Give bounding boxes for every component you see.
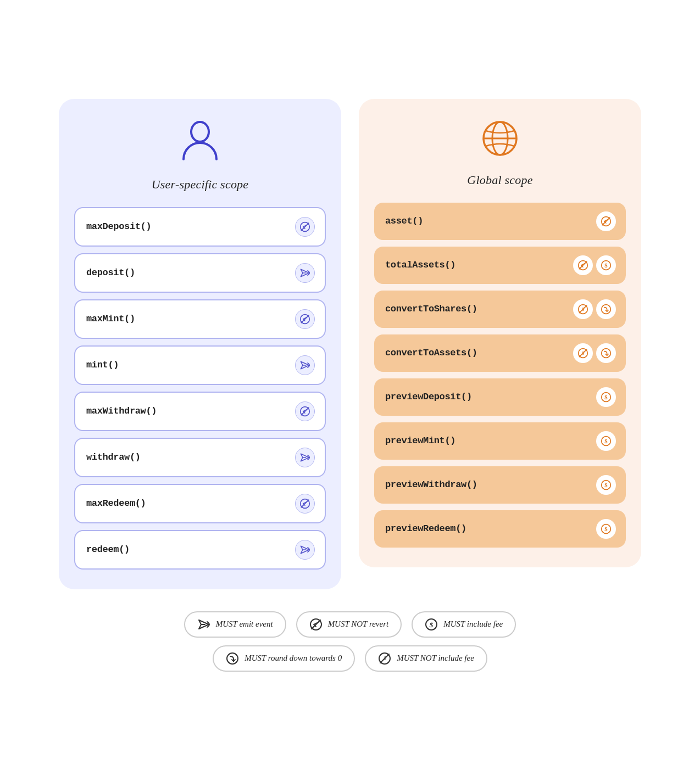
global-panel: Global scope asset()	[359, 99, 641, 567]
svg-text:$: $	[604, 482, 608, 488]
func-row-maxRedeem: maxRedeem()	[74, 484, 326, 523]
func-name-mint: mint()	[86, 360, 119, 370]
no-include-fee-icon-2: $	[573, 343, 593, 363]
func-row-previewRedeem: previewRedeem() $	[374, 510, 626, 548]
legend-no-revert-label: MUST NOT revert	[328, 620, 389, 629]
func-row-previewMint: previewMint() $	[374, 422, 626, 460]
func-name-totalAssets: totalAssets()	[385, 260, 455, 270]
func-icons-maxWithdraw	[295, 401, 315, 421]
legend-no-revert: MUST NOT revert	[296, 611, 402, 638]
right-panel-title: Global scope	[467, 173, 532, 187]
func-name-maxWithdraw: maxWithdraw()	[86, 406, 157, 416]
func-row-previewDeposit: previewDeposit() $	[374, 378, 626, 416]
include-fee-icon-4: $	[596, 475, 616, 495]
person-icon	[180, 119, 220, 170]
svg-line-21	[602, 217, 609, 225]
func-name-convertToShares: convertToShares()	[385, 304, 477, 314]
include-fee-icon-5: $	[596, 519, 616, 539]
no-revert-icon-orange-2	[573, 255, 593, 275]
svg-line-2	[301, 223, 308, 230]
legend-emit-event-label: MUST emit event	[216, 620, 273, 629]
svg-line-14	[301, 500, 308, 507]
func-icons-previewDeposit: $	[596, 387, 616, 407]
func-icons-redeem	[295, 540, 315, 560]
no-revert-icon-orange	[596, 211, 616, 231]
func-icons-mint	[295, 355, 315, 375]
svg-line-6	[301, 315, 308, 322]
legend-round-down: MUST round down towards 0	[213, 645, 355, 672]
include-fee-icon: $	[596, 255, 616, 275]
legend-row-2: MUST round down towards 0 $ MUST NOT inc…	[213, 645, 487, 672]
legend-include-fee-label: MUST include fee	[443, 620, 503, 629]
func-name-previewWithdraw: previewWithdraw()	[385, 479, 477, 490]
func-icons-deposit	[295, 263, 315, 283]
no-include-fee-icon: $	[573, 299, 593, 319]
emit-event-icon-3	[295, 448, 315, 467]
func-row-withdraw: withdraw()	[74, 438, 326, 477]
svg-text:$: $	[604, 394, 608, 400]
right-func-list: asset() totalAssets()	[374, 203, 626, 548]
func-row-convertToShares: convertToShares() $	[374, 291, 626, 328]
func-row-asset: asset()	[374, 203, 626, 240]
func-name-previewDeposit: previewDeposit()	[385, 392, 472, 402]
emit-event-icon-4	[295, 540, 315, 560]
svg-line-45	[312, 620, 320, 629]
func-row-maxWithdraw: maxWithdraw()	[74, 392, 326, 431]
page-wrapper: User-specific scope maxDeposit()	[59, 99, 641, 672]
no-revert-icon	[295, 217, 315, 237]
round-down-icon	[596, 299, 616, 319]
globe-icon	[480, 119, 520, 165]
svg-text:$: $	[384, 655, 387, 661]
func-icons-previewRedeem: $	[596, 519, 616, 539]
left-panel-title: User-specific scope	[152, 177, 249, 192]
func-icons-totalAssets: $	[573, 255, 616, 275]
legend-no-include-fee-label: MUST NOT include fee	[397, 654, 474, 663]
user-specific-panel: User-specific scope maxDeposit()	[59, 99, 341, 589]
svg-point-33	[602, 348, 611, 358]
legend-container: MUST emit event MUST NOT revert	[59, 611, 641, 672]
func-name-withdraw: withdraw()	[86, 452, 141, 462]
svg-point-48	[227, 653, 238, 664]
svg-text:$: $	[429, 621, 434, 629]
func-row-previewWithdraw: previewWithdraw() $	[374, 466, 626, 504]
emit-event-icon	[295, 263, 315, 283]
func-name-redeem: redeem()	[86, 544, 130, 555]
func-icons-maxRedeem	[295, 494, 315, 514]
func-icons-withdraw	[295, 448, 315, 467]
legend-no-include-fee-icon: $	[378, 652, 391, 665]
legend-row-1: MUST emit event MUST NOT revert	[184, 611, 516, 638]
legend-round-down-label: MUST round down towards 0	[245, 654, 342, 663]
legend-no-revert-icon	[309, 618, 323, 631]
panels-container: User-specific scope maxDeposit()	[59, 99, 641, 589]
include-fee-icon-2: $	[596, 387, 616, 407]
include-fee-icon-3: $	[596, 431, 616, 451]
svg-text:$: $	[582, 350, 584, 355]
func-row-deposit: deposit()	[74, 253, 326, 293]
svg-text:$: $	[604, 438, 608, 444]
svg-line-10	[301, 408, 308, 415]
legend-emit-event-icon	[197, 618, 210, 631]
func-icons-maxDeposit	[295, 217, 315, 237]
legend-emit-event: MUST emit event	[184, 611, 286, 638]
legend-round-down-icon	[226, 652, 239, 665]
func-icons-asset	[596, 211, 616, 231]
func-name-convertToAssets: convertToAssets()	[385, 348, 477, 358]
func-icons-maxMint	[295, 309, 315, 329]
svg-line-23	[579, 261, 586, 269]
func-name-maxMint: maxMint()	[86, 314, 135, 324]
svg-text:$: $	[604, 262, 608, 269]
right-panel-header: Global scope	[374, 119, 626, 187]
no-revert-icon-3	[295, 401, 315, 421]
func-icons-convertToShares: $	[573, 299, 616, 319]
left-panel-header: User-specific scope	[74, 119, 326, 192]
legend-include-fee: $ MUST include fee	[412, 611, 516, 638]
no-revert-icon-2	[295, 309, 315, 329]
round-down-icon-2	[596, 343, 616, 363]
func-name-previewMint: previewMint()	[385, 436, 455, 446]
func-row-totalAssets: totalAssets() $	[374, 247, 626, 284]
func-row-maxDeposit: maxDeposit()	[74, 207, 326, 247]
func-row-convertToAssets: convertToAssets() $	[374, 334, 626, 372]
svg-point-0	[191, 122, 209, 142]
func-name-maxDeposit: maxDeposit()	[86, 221, 151, 232]
emit-event-icon-2	[295, 355, 315, 375]
